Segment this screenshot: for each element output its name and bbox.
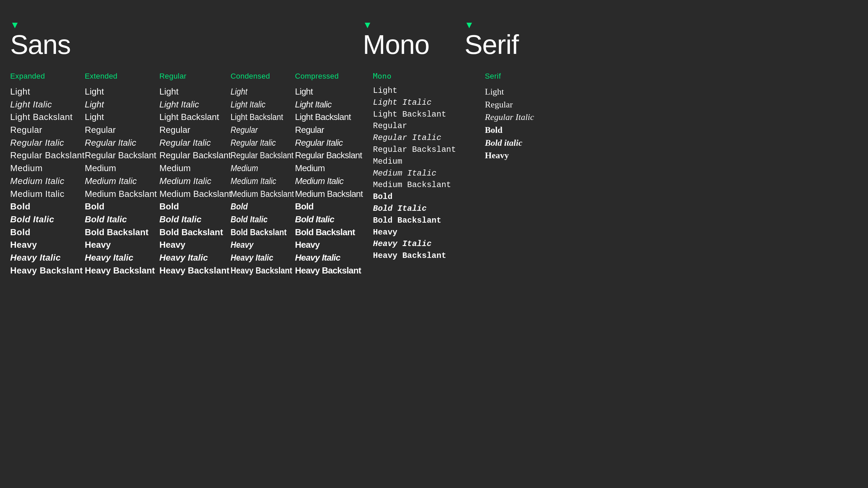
compressed-label: Compressed	[295, 72, 356, 81]
list-item: Light	[485, 85, 559, 98]
list-item: Light	[85, 85, 153, 98]
list-item: Regular Backslant	[159, 149, 224, 162]
list-item: Bold Italic	[373, 203, 451, 215]
list-item: Light Italic	[10, 98, 78, 111]
list-item: Medium Italic	[231, 175, 281, 188]
list-item: Regular Italic	[231, 137, 281, 149]
sans-title: Sans	[10, 31, 356, 58]
list-item: Regular	[231, 124, 281, 137]
list-item: Regular Italic	[85, 137, 153, 149]
list-item: Regular	[10, 124, 78, 137]
list-item: Light	[159, 85, 224, 98]
list-item: Heavy Backslant	[10, 264, 78, 277]
list-item: Light Backslant	[231, 111, 281, 124]
list-item: Light	[85, 98, 153, 111]
list-item: Regular Backslant	[10, 149, 78, 162]
list-item: Bold Italic	[85, 213, 153, 226]
list-item: Medium	[373, 156, 451, 168]
list-item: Regular Backslant	[373, 144, 451, 156]
list-item: Light Backslant	[159, 111, 224, 124]
list-item: Heavy	[85, 239, 153, 251]
list-item: Regular	[295, 124, 356, 137]
list-item: Bold Italic	[159, 213, 224, 226]
list-item: Medium Italic	[85, 175, 153, 188]
list-item: Bold Italic	[231, 213, 281, 226]
list-item: Light	[295, 85, 356, 98]
serif-section-header: ▼ Serif	[465, 20, 532, 58]
list-item: Heavy Italic	[85, 251, 153, 264]
list-item: Light Italic	[159, 98, 224, 111]
expanded-label: Expanded	[10, 72, 78, 81]
list-item: Medium Italic	[373, 168, 451, 180]
list-item: Bold	[85, 200, 153, 213]
list-item: Heavy	[231, 239, 281, 251]
sans-triangle: ▼	[10, 20, 356, 30]
list-item: Bold Italic	[295, 213, 356, 226]
list-item: Heavy Backslant	[231, 264, 281, 277]
list-item: Medium Italic	[159, 175, 224, 188]
list-item: Bold Backslant	[85, 226, 153, 239]
mono-section-header: ▼ Mono	[363, 20, 444, 58]
list-item: Medium Italic	[10, 175, 78, 188]
list-item: Regular Italic	[295, 137, 356, 149]
list-item: Medium Italic	[10, 188, 78, 201]
list-item: Regular Backslant	[295, 149, 356, 162]
list-item: Heavy Italic	[295, 251, 356, 264]
column-compressed: Compressed Light Light Italic Light Back…	[295, 72, 363, 468]
condensed-label: Condensed	[231, 72, 288, 81]
list-item: Bold italic	[485, 137, 559, 149]
list-item: Regular Italic	[159, 137, 224, 149]
list-item: Heavy Italic	[10, 251, 78, 264]
list-item: Light Italic	[295, 98, 356, 111]
column-expanded: Expanded Light Light Italic Light Backsl…	[10, 72, 85, 468]
list-item: Heavy Backslant	[159, 264, 224, 277]
list-item: Heavy	[159, 239, 224, 251]
list-item: Light Backslant	[10, 111, 78, 124]
list-item: Medium	[85, 162, 153, 175]
list-item: Heavy	[295, 239, 356, 251]
list-item: Medium Backslant	[159, 188, 224, 201]
list-item: Bold Backslant	[159, 226, 224, 239]
mono-title: Mono	[363, 31, 444, 58]
sans-section-header: ▼ Sans	[10, 20, 356, 58]
list-item: Light Italic	[231, 98, 281, 111]
list-item: Bold	[373, 191, 451, 203]
spacer-2	[458, 72, 485, 468]
list-item: Light	[10, 85, 78, 98]
list-item: Heavy Italic	[231, 251, 281, 264]
extended-label: Extended	[85, 72, 153, 81]
serif-col-label: Serif	[485, 72, 559, 81]
list-item: Medium	[10, 162, 78, 175]
list-item: Regular Italic	[485, 111, 559, 124]
list-item: Light Backslant	[373, 109, 451, 121]
list-item: Regular Backslant	[231, 149, 281, 162]
list-item: Bold	[10, 200, 78, 213]
list-item: Regular	[159, 124, 224, 137]
list-item: Heavy Backslant	[85, 264, 153, 277]
spacer-1	[363, 72, 373, 468]
list-item: Regular	[485, 98, 559, 111]
list-item: Medium	[159, 162, 224, 175]
list-item: Heavy	[485, 149, 559, 162]
list-item: Regular Italic	[10, 137, 78, 149]
list-item: Regular Italic	[373, 132, 451, 144]
list-item: Light Backslant	[295, 111, 356, 124]
list-item: Bold	[10, 226, 78, 239]
list-item: Bold Backslant	[295, 226, 356, 239]
list-item: Regular	[85, 124, 153, 137]
header-row: ▼ Sans ▼ Mono ▼ Serif	[10, 20, 858, 58]
regular-label: Regular	[159, 72, 224, 81]
list-item: Medium Backslant	[231, 188, 281, 201]
list-item: Bold	[231, 200, 281, 213]
column-regular: Regular Light Light Italic Light Backsla…	[159, 72, 231, 468]
list-item: Bold Backslant	[373, 215, 451, 227]
list-item: Light	[85, 111, 153, 124]
columns-container: Expanded Light Light Italic Light Backsl…	[10, 72, 858, 468]
mono-triangle: ▼	[363, 20, 444, 30]
column-serif: Serif Light Regular Regular Italic Bold …	[485, 72, 559, 468]
serif-triangle: ▼	[465, 20, 532, 30]
mono-label: Mono	[373, 72, 451, 80]
list-item: Medium Italic	[295, 175, 356, 188]
list-item: Regular Backslant	[85, 149, 153, 162]
list-item: Regular	[373, 120, 451, 132]
